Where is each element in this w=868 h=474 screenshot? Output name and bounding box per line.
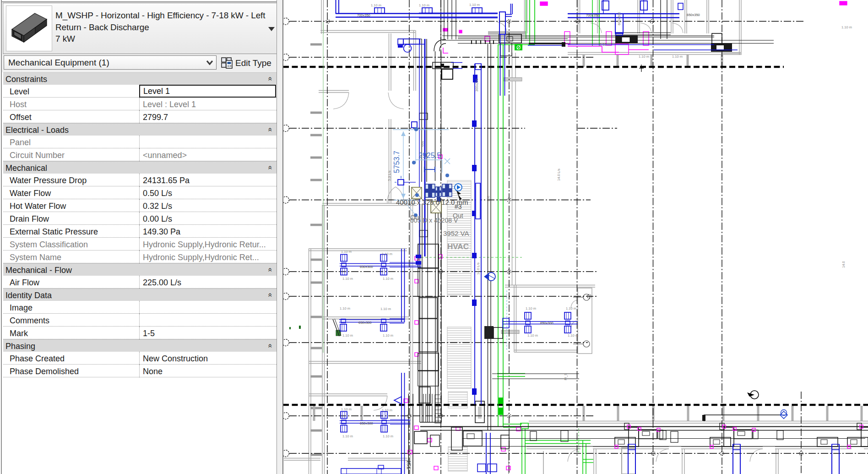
svg-text:700x350: 700x350 [586,13,599,17]
svg-text:1.10 m: 1.10 m [566,306,576,311]
svg-text:1.10 m: 1.10 m [382,252,392,256]
svg-text:14.0 L/s: 14.0 L/s [557,169,561,181]
svg-text:1.10 m: 1.10 m [527,333,538,338]
svg-text:5753.7: 5753.7 [393,151,401,173]
svg-text:650x300: 650x300 [360,421,373,425]
svg-text:1.10 m: 1.10 m [342,434,353,438]
svg-text:1.10 m: 1.10 m [371,3,381,7]
svg-text:1.10 m: 1.10 m [382,408,392,412]
svg-text:250: 250 [486,196,490,202]
svg-text:1.10 m: 1.10 m [568,333,578,338]
svg-text:14.0 L/s: 14.0 L/s [476,262,480,275]
svg-text:1.10 m: 1.10 m [469,3,480,7]
svg-text:1.10 m: 1.10 m [341,407,352,411]
svg-text:650x300: 650x300 [540,321,553,325]
svg-text:1.10 m: 1.10 m [600,43,610,47]
svg-text:2925.5: 2925.5 [418,152,441,159]
svg-text:Ø: Ø [516,44,521,51]
svg-text:TST: TST [406,460,412,469]
svg-text:1.10 m: 1.10 m [342,277,353,281]
svg-text:1.10 m: 1.10 m [383,333,393,338]
svg-text:600: 600 [420,141,424,147]
svg-text:1.10 m: 1.10 m [639,54,649,59]
svg-text:5.3 L/s: 5.3 L/s [387,170,391,181]
svg-text:1.10 m: 1.10 m [841,25,852,29]
svg-text:1.10 m: 1.10 m [526,306,536,311]
svg-text:M_S: M_S [564,373,568,380]
svg-text:HVAC: HVAC [447,242,469,251]
svg-text:1.10 m: 1.10 m [419,3,429,7]
svg-text:1.10 m: 1.10 m [340,306,350,311]
svg-text:1.10 m: 1.10 m [341,250,352,254]
svg-text:650x350: 650x350 [687,13,700,17]
svg-text:600x600: 600x600 [617,12,621,25]
svg-text:#3: #3 [455,203,462,210]
svg-text:650x300: 650x300 [358,321,372,325]
svg-text:300x250: 300x250 [475,78,479,92]
svg-text:650x300: 650x300 [360,265,373,269]
svg-text:3952 VA: 3952 VA [443,229,469,237]
svg-text:1.10 m: 1.10 m [383,434,393,438]
svg-text:14.0: 14.0 [841,261,846,268]
svg-text:605 D x 45208 V: 605 D x 45208 V [410,217,458,224]
svg-text:1.10 m: 1.10 m [383,277,393,281]
svg-text:1.10 m: 1.10 m [342,333,353,338]
svg-text:700x350: 700x350 [357,13,370,17]
svg-text:1.10 m: 1.10 m [672,54,683,59]
svg-text:1.10 m: 1.10 m [380,307,391,311]
